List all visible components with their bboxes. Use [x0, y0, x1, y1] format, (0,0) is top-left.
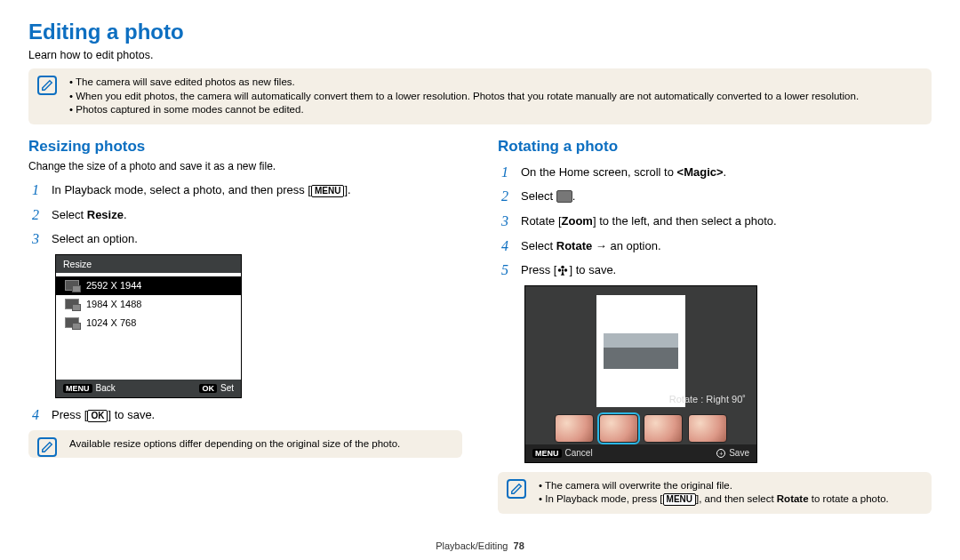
rotate-step-3: 3 Rotate [Zoom] to the left, and then se…	[501, 212, 932, 231]
resize-option: 1024 X 768	[56, 314, 241, 332]
resize-step-1: 1 In Playback mode, select a photo, and …	[32, 180, 462, 200]
resize-option: 1984 X 1488	[56, 295, 241, 314]
note-icon	[507, 479, 526, 499]
rotate-note-item: In Playback mode, press [MENU], and then…	[539, 492, 921, 507]
section-sub-resize: Change the size of a photo and save it a…	[28, 159, 462, 173]
magic-frame-icon	[556, 190, 572, 203]
rotate-section: Rotating a photo 1 On the Home screen, s…	[498, 137, 932, 514]
section-title-rotate: Rotating a photo	[498, 137, 932, 157]
section-title-resize: Resizing photos	[28, 137, 462, 157]
menu-key-icon: MENU	[63, 384, 92, 393]
rotate-thumb	[555, 414, 594, 443]
top-note-box: The camera will save edited photos as ne…	[28, 68, 932, 124]
resize-menu-screenshot: Resize 2592 X 1944 1984 X 1488 1024 X 76…	[55, 254, 242, 398]
menu-key-icon: MENU	[532, 449, 562, 458]
note-icon	[37, 76, 57, 95]
size-icon	[65, 317, 79, 328]
page-footer: Playback/Editing 78	[0, 540, 960, 553]
ok-button-label: OK	[87, 410, 108, 422]
resize-option-selected: 2592 X 1944	[56, 276, 241, 295]
rotate-note-item: The camera will overwrite the original f…	[539, 479, 921, 493]
rotate-thumb-selected	[599, 414, 638, 443]
top-note-item: When you edit photos, the camera will au…	[69, 90, 921, 104]
menu-button-label: MENU	[663, 493, 696, 506]
rotate-step-4: 4 Select Rotate → an option.	[501, 236, 932, 256]
resize-step-4: 4 Press [OK] to save.	[32, 405, 462, 425]
resize-step-2: 2 Select Resize.	[32, 205, 462, 225]
resize-menu-title: Resize	[56, 255, 241, 273]
top-note-item: Photos captured in some modes cannot be …	[69, 103, 921, 117]
resize-note-text: Available resize options differ dependin…	[69, 438, 400, 449]
flower-macro-icon	[556, 264, 569, 281]
rotate-step-5: 5 Press [] to save.	[501, 260, 932, 280]
rotate-step-1: 1 On the Home screen, scroll to <Magic>.	[501, 163, 932, 182]
rotate-thumb	[644, 414, 683, 443]
svg-point-2	[564, 269, 568, 273]
rotate-thumb	[688, 414, 727, 443]
resize-section: Resizing photos Change the size of a pho…	[28, 137, 462, 514]
rotate-thumbnails	[555, 414, 727, 443]
resize-step-3: 3 Select an option.	[32, 229, 462, 249]
rotate-screenshot: Rotate : Right 90˚ MENUCancel +Save	[524, 285, 757, 463]
page-title: Editing a photo	[28, 18, 932, 46]
rotate-caption: Rotate : Right 90˚	[669, 393, 746, 406]
page-subtitle: Learn how to edit photos.	[28, 48, 932, 63]
resize-note-box: Available resize options differ dependin…	[28, 430, 462, 459]
top-note-item: The camera will save edited photos as ne…	[69, 76, 921, 90]
nav-circle-icon: +	[716, 449, 725, 458]
note-icon	[37, 437, 57, 457]
menu-button-label: MENU	[311, 185, 344, 197]
svg-point-0	[562, 266, 565, 269]
rotate-note-box: The camera will overwrite the original f…	[498, 472, 932, 514]
ok-key-icon: OK	[199, 384, 217, 393]
rotate-step-2: 2 Select .	[501, 187, 932, 206]
rotate-preview	[596, 295, 685, 407]
svg-point-1	[558, 269, 562, 273]
size-icon	[65, 280, 79, 291]
size-icon	[65, 299, 79, 309]
